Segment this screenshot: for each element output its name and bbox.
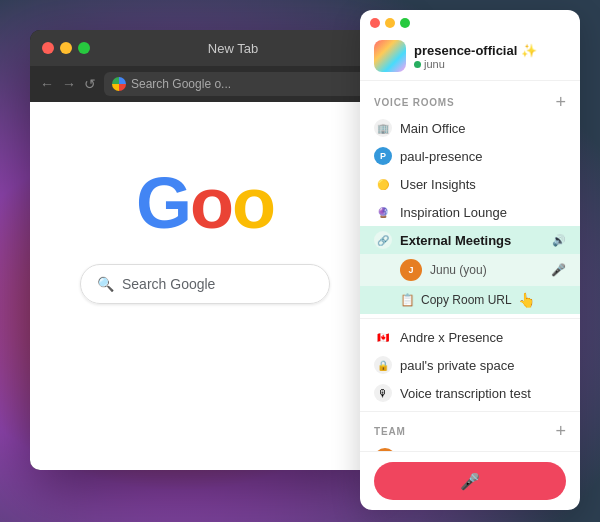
mute-icon: 🎤: [460, 472, 480, 491]
room-name-voice-transcription: Voice transcription test: [400, 386, 566, 401]
refresh-button[interactable]: ↺: [84, 76, 96, 92]
presence-panel: presence-official ✨ junu VOICE ROOMS + 🏢…: [360, 10, 580, 510]
browser-traffic-lights: [42, 42, 90, 54]
copy-room-url-row[interactable]: 📋 Copy Room URL 👆: [360, 286, 580, 314]
voice-rooms-section-header: VOICE ROOMS +: [360, 87, 580, 114]
mic-off-icon: 🎤: [551, 263, 566, 277]
logo-o1: o: [190, 163, 232, 243]
room-icon-building: 🏢: [374, 119, 392, 137]
logo-o2: o: [232, 163, 274, 243]
google-search-bar[interactable]: 🔍 Search Google: [80, 264, 330, 304]
room-name-main-office: Main Office: [400, 121, 566, 136]
browser-minimize-btn[interactable]: [60, 42, 72, 54]
team-label: TEAM: [374, 426, 406, 437]
room-item-paul-presence[interactable]: P paul-presence: [360, 142, 580, 170]
add-room-button[interactable]: +: [555, 93, 566, 111]
panel-close-btn[interactable]: [370, 18, 380, 28]
room-icon-insights: 🟡: [374, 175, 392, 193]
room-name-user-insights: User Insights: [400, 177, 566, 192]
room-icon-flag-canada: 🇨🇦: [374, 328, 392, 346]
speaker-icon: 🔊: [552, 234, 566, 247]
copy-icon: 📋: [400, 293, 415, 307]
room-icon-paul: P: [374, 147, 392, 165]
back-button[interactable]: ←: [40, 76, 54, 92]
browser-tab[interactable]: New Tab: [98, 41, 368, 56]
google-favicon: [112, 77, 126, 91]
google-logo: Goo: [136, 162, 274, 244]
search-icon: 🔍: [97, 276, 114, 292]
room-icon-lock: 🔒: [374, 356, 392, 374]
room-name-paul-presence: paul-presence: [400, 149, 566, 164]
panel-traffic-lights: [360, 10, 580, 28]
browser-maximize-btn[interactable]: [78, 42, 90, 54]
divider-2: [360, 411, 580, 412]
room-name-pauls-private: paul's private space: [400, 358, 566, 373]
add-team-member-button[interactable]: +: [555, 422, 566, 440]
cursor-icon: 👆: [518, 292, 535, 308]
panel-max-btn[interactable]: [400, 18, 410, 28]
room-icon-inspiration: 🔮: [374, 203, 392, 221]
presence-app-avatar: [374, 40, 406, 72]
voice-rooms-label: VOICE ROOMS: [374, 97, 454, 108]
panel-header: presence-official ✨ junu: [360, 28, 580, 81]
address-bar[interactable]: Search Google o...: [104, 72, 370, 96]
status-dot-icon: [414, 61, 421, 68]
room-item-voice-transcription[interactable]: 🎙 Voice transcription test: [360, 379, 580, 407]
room-item-inspiration-lounge[interactable]: 🔮 Inspiration Lounge: [360, 198, 580, 226]
browser-content: Goo 🔍 Search Google: [30, 102, 380, 470]
presence-user-status: junu: [414, 58, 566, 70]
search-placeholder-text: Search Google: [122, 276, 215, 292]
browser-titlebar: New Tab: [30, 30, 380, 66]
room-icon-external: 🔗: [374, 231, 392, 249]
divider-1: [360, 318, 580, 319]
team-member-joel[interactable]: JM Joel Mun: [360, 443, 580, 451]
presence-app-name: presence-official ✨: [414, 43, 566, 58]
user-name-junu: Junu (you): [430, 263, 543, 277]
logo-g: G: [136, 163, 190, 243]
room-item-user-insights[interactable]: 🟡 User Insights: [360, 170, 580, 198]
room-name-inspiration-lounge: Inspiration Lounge: [400, 205, 566, 220]
room-item-andre-presence[interactable]: 🇨🇦 Andre x Presence: [360, 323, 580, 351]
browser-window: New Tab ← → ↺ Search Google o... Goo 🔍 S…: [30, 30, 380, 470]
browser-close-btn[interactable]: [42, 42, 54, 54]
panel-min-btn[interactable]: [385, 18, 395, 28]
presence-info: presence-official ✨ junu: [414, 43, 566, 70]
active-room-user-row[interactable]: J Junu (you) 🎤: [360, 254, 580, 286]
user-avatar-junu: J: [400, 259, 422, 281]
room-item-pauls-private[interactable]: 🔒 paul's private space: [360, 351, 580, 379]
panel-body[interactable]: VOICE ROOMS + 🏢 Main Office P paul-prese…: [360, 81, 580, 451]
team-section-header: TEAM +: [360, 416, 580, 443]
forward-button[interactable]: →: [62, 76, 76, 92]
address-text: Search Google o...: [131, 77, 231, 91]
room-icon-voice: 🎙: [374, 384, 392, 402]
room-name-external-meetings: External Meetings: [400, 233, 544, 248]
room-name-andre-presence: Andre x Presence: [400, 330, 566, 345]
room-item-external-meetings[interactable]: 🔗 External Meetings 🔊: [360, 226, 580, 254]
room-item-main-office[interactable]: 🏢 Main Office: [360, 114, 580, 142]
panel-footer: 🎤: [360, 451, 580, 510]
sparkle-icon: ✨: [521, 43, 537, 58]
browser-toolbar: ← → ↺ Search Google o...: [30, 66, 380, 102]
copy-room-url-text: Copy Room URL: [421, 293, 512, 307]
mute-button[interactable]: 🎤: [374, 462, 566, 500]
tab-label: New Tab: [208, 41, 258, 56]
